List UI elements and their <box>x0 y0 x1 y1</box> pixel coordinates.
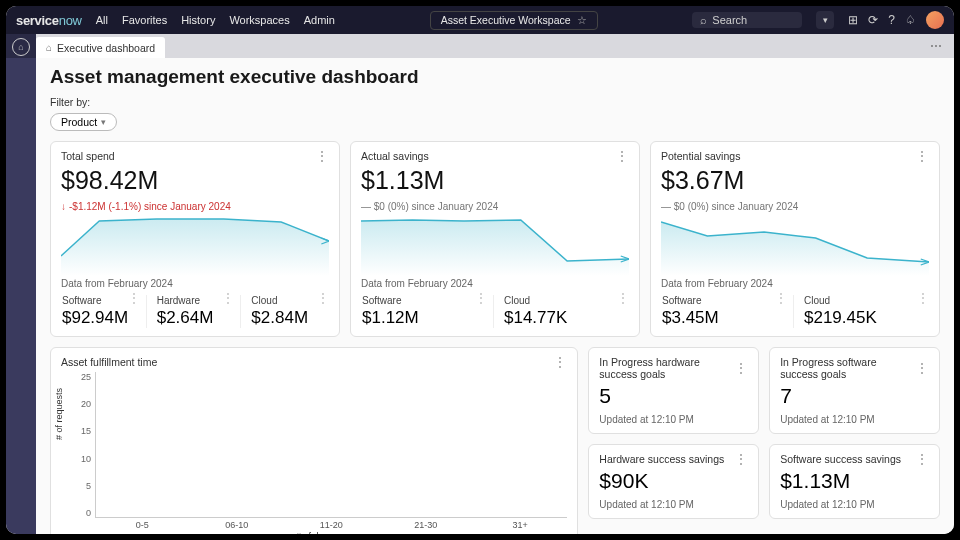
card-sw-goals: In Progress software success goals⋮ 7 Up… <box>769 347 940 434</box>
chevron-down-icon: ▾ <box>101 117 106 127</box>
sub-cloud: Cloud⋮$14.77K <box>493 295 629 328</box>
sub-software: Software⋮$1.12M <box>361 295 487 328</box>
card-title: Actual savings <box>361 150 429 162</box>
context-pill[interactable]: Asset Executive Workspace ☆ <box>430 11 598 30</box>
help-icon[interactable]: ? <box>888 13 895 27</box>
card-menu-icon[interactable]: ⋮ <box>915 364 929 372</box>
potential-savings-delta: — $0 (0%) since January 2024 <box>661 201 929 212</box>
card-menu-icon[interactable]: ⋮ <box>315 152 329 160</box>
data-from: Data from February 2024 <box>361 278 629 289</box>
x-tick: 06-10 <box>208 520 266 530</box>
card-title: In Progress hardware success goals <box>599 356 734 380</box>
card-menu-icon[interactable]: ⋮ <box>915 152 929 160</box>
nav-history[interactable]: History <box>181 14 215 26</box>
actual-savings-spark <box>361 216 629 276</box>
x-tick: 31+ <box>491 520 549 530</box>
data-from: Data from February 2024 <box>661 278 929 289</box>
hw-goals-value: 5 <box>599 384 748 408</box>
card-menu-icon[interactable]: ⋮ <box>734 364 748 372</box>
y-axis: # of requests 25 20 15 10 5 0 <box>61 372 95 518</box>
brand-logo: servicenow <box>16 13 82 28</box>
card-title: Total spend <box>61 150 115 162</box>
refresh-icon[interactable]: ⟳ <box>868 13 878 27</box>
filter-label: Filter by: <box>50 96 940 108</box>
search-dropdown-button[interactable]: ▾ <box>816 11 834 29</box>
card-total-spend: Total spend⋮ $98.42M ↓-$1.12M (-1.1%) si… <box>50 141 340 337</box>
updated-at: Updated at 12:10 PM <box>780 499 929 510</box>
search-placeholder: Search <box>712 14 747 26</box>
search-icon: ⌕ <box>700 14 707 26</box>
y-tick: 20 <box>81 399 91 409</box>
nav-links: All Favorites History Workspaces Admin <box>96 14 335 26</box>
y-tick: 25 <box>81 372 91 382</box>
card-menu-icon[interactable]: ⋮ <box>915 455 929 463</box>
x-ticks: 0-506-1011-2021-3031+ <box>61 520 567 530</box>
grid-icon[interactable]: ⊞ <box>848 13 858 27</box>
y-tick: 0 <box>86 508 91 518</box>
card-hw-savings: Hardware success savings⋮ $90K Updated a… <box>588 444 759 519</box>
hw-savings-value: $90K <box>599 469 748 493</box>
sw-savings-value: $1.13M <box>780 469 929 493</box>
card-title: In Progress software success goals <box>780 356 915 380</box>
top-nav: servicenow All Favorites History Workspa… <box>6 6 954 34</box>
card-sw-savings: Software success savings⋮ $1.13M Updated… <box>769 444 940 519</box>
card-title: Asset fulfillment time <box>61 356 157 368</box>
sw-goals-value: 7 <box>780 384 929 408</box>
main-content: Asset management executive dashboard Fil… <box>36 58 954 534</box>
nav-all[interactable]: All <box>96 14 108 26</box>
home-icon[interactable]: ⌂ <box>12 38 30 56</box>
updated-at: Updated at 12:10 PM <box>599 414 748 425</box>
y-tick: 10 <box>81 454 91 464</box>
potential-savings-value: $3.67M <box>661 166 929 195</box>
star-icon[interactable]: ☆ <box>577 14 587 27</box>
arrow-down-icon: ↓ <box>61 201 66 212</box>
nav-admin[interactable]: Admin <box>304 14 335 26</box>
card-fulfillment-time: Asset fulfillment time⋮ # of requests 25… <box>50 347 578 534</box>
y-tick: 5 <box>86 481 91 491</box>
sub-software: Software⋮$92.94M <box>61 295 140 328</box>
sub-menu-icon[interactable]: ⋮ <box>317 295 329 306</box>
x-axis-label: # of days <box>61 531 567 534</box>
search-input[interactable]: ⌕ Search <box>692 12 802 28</box>
x-tick: 0-5 <box>113 520 171 530</box>
total-spend-spark <box>61 216 329 276</box>
filter-product-chip[interactable]: Product ▾ <box>50 113 117 131</box>
page-title: Asset management executive dashboard <box>50 66 940 88</box>
nav-favorites[interactable]: Favorites <box>122 14 167 26</box>
left-rail <box>6 58 36 534</box>
card-menu-icon[interactable]: ⋮ <box>734 455 748 463</box>
sub-menu-icon[interactable]: ⋮ <box>222 295 234 306</box>
sub-hardware: Hardware⋮$2.64M <box>146 295 235 328</box>
potential-savings-spark <box>661 216 929 276</box>
updated-at: Updated at 12:10 PM <box>780 414 929 425</box>
card-hw-goals: In Progress hardware success goals⋮ 5 Up… <box>588 347 759 434</box>
x-tick: 11-20 <box>302 520 360 530</box>
bar-plot <box>95 372 567 518</box>
updated-at: Updated at 12:10 PM <box>599 499 748 510</box>
data-from: Data from February 2024 <box>61 278 329 289</box>
x-tick: 21-30 <box>397 520 455 530</box>
y-axis-label: # of requests <box>54 388 64 440</box>
context-label: Asset Executive Workspace <box>441 14 571 26</box>
nav-workspaces[interactable]: Workspaces <box>229 14 289 26</box>
sub-menu-icon[interactable]: ⋮ <box>128 295 140 306</box>
card-menu-icon[interactable]: ⋮ <box>615 152 629 160</box>
card-menu-icon[interactable]: ⋮ <box>553 358 567 366</box>
bell-icon[interactable]: ♤ <box>905 13 916 27</box>
sub-menu-icon[interactable]: ⋮ <box>917 295 929 306</box>
card-title: Software success savings <box>780 453 901 465</box>
sub-menu-icon[interactable]: ⋮ <box>775 295 787 306</box>
tabs-overflow[interactable]: ⋯ <box>918 34 954 58</box>
sub-menu-icon[interactable]: ⋮ <box>617 295 629 306</box>
sub-software: Software⋮$3.45M <box>661 295 787 328</box>
avatar[interactable] <box>926 11 944 29</box>
filter-chip-label: Product <box>61 116 97 128</box>
side-home-col: ⌂ <box>6 34 36 58</box>
total-spend-delta: ↓-$1.12M (-1.1%) since January 2024 <box>61 201 329 212</box>
card-title: Potential savings <box>661 150 740 162</box>
tab-executive-dashboard[interactable]: ⌂ Executive dashboard <box>36 37 165 58</box>
tab-label: Executive dashboard <box>57 42 155 54</box>
top-icons: ⊞ ⟳ ? ♤ <box>848 11 944 29</box>
sub-menu-icon[interactable]: ⋮ <box>475 295 487 306</box>
dashboard-icon: ⌂ <box>46 42 52 53</box>
